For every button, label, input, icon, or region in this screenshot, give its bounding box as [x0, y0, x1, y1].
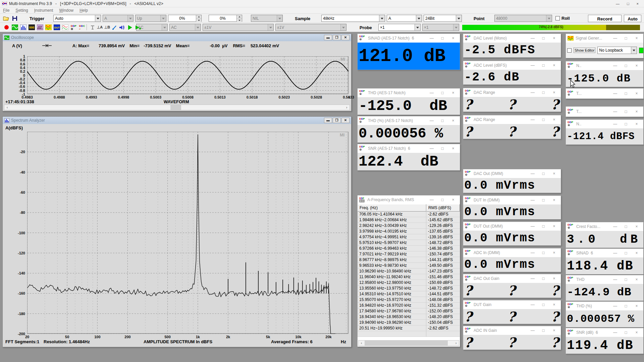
maximize-button[interactable]: □: [539, 171, 548, 176]
close-button[interactable]: ✕: [341, 118, 350, 123]
maximize-button[interactable]: □: [622, 109, 630, 114]
close-button[interactable]: ×: [449, 146, 458, 151]
maximize-button[interactable]: □: [539, 36, 548, 41]
minimize-button[interactable]: —: [611, 91, 620, 96]
minimize-button[interactable]: —: [528, 250, 537, 255]
minimize-button[interactable]: —: [528, 302, 537, 307]
close-button[interactable]: ×: [550, 328, 558, 333]
show-editor-checkbox[interactable]: [567, 48, 572, 53]
minimize-button[interactable]: —: [427, 36, 436, 41]
noise-dbfs-titlebar[interactable]: DDP⊕N..—□×: [566, 120, 643, 128]
close-button[interactable]: ✕: [341, 35, 350, 40]
maximize-button[interactable]: □: [539, 250, 548, 255]
calibration-icon[interactable]: [111, 23, 118, 31]
minimize-button[interactable]: —: [611, 109, 620, 114]
multimeter-icon[interactable]: 000: [28, 23, 36, 31]
probe-a-combo[interactable]: ×1: [378, 24, 421, 31]
restore-button[interactable]: ❐: [333, 35, 341, 40]
close-button[interactable]: ×: [632, 304, 641, 308]
noise-level-titlebar[interactable]: DDP⊕N..—□×: [566, 61, 643, 70]
oscilloscope-icon[interactable]: [11, 23, 19, 31]
snr-notch-titlebar[interactable]: DDP⊕SNR (AES-17 Notch) 6—□×: [358, 144, 460, 153]
minimize-button[interactable]: —: [427, 118, 436, 123]
adc-in-dmm-titlebar[interactable]: DDP⊕ADC In (DMM)—□×: [463, 248, 561, 257]
maximize-button[interactable]: □: [622, 330, 630, 335]
coupling-b-combo[interactable]: AC: [169, 24, 201, 31]
close-button[interactable]: ×: [550, 90, 558, 95]
dac-level-titlebar[interactable]: DDP⊕DAC Level (Mono)—□×: [463, 34, 561, 43]
trigger-source-combo[interactable]: A: [103, 15, 133, 22]
minimize-button[interactable]: —: [611, 224, 620, 229]
close-button[interactable]: ×: [632, 251, 641, 255]
generator-on-led[interactable]: [639, 48, 644, 53]
close-button[interactable]: ×: [449, 90, 458, 95]
app-titlebar[interactable]: Multi-Instrument Pro 3.9 - [+3DP+DLG+LCR…: [0, 0, 644, 7]
close-button[interactable]: ×: [632, 63, 641, 68]
thd-small-titlebar[interactable]: DDP⊕T...—□×: [566, 88, 643, 99]
range-b-combo[interactable]: ±1V: [275, 24, 346, 31]
minimize-button[interactable]: —: [528, 36, 537, 41]
close-button[interactable]: ×: [449, 118, 458, 123]
trigger-frequency-combo[interactable]: NIL: [251, 15, 283, 22]
maximize-button[interactable]: □: [438, 36, 447, 41]
thd-percent-notch-titlebar[interactable]: DDP⊕THD (%) (AES-17 Notch)—□×: [358, 116, 460, 125]
minimize-button[interactable]: ▬: [324, 35, 332, 40]
app-minimize-button[interactable]: —: [616, 2, 620, 6]
thd-notch-titlebar[interactable]: DDP⊕THD (AES-17 Notch)—□×: [358, 88, 460, 97]
device-test-plan-icon[interactable]: DUT: [53, 23, 61, 31]
roll-checkbox-box[interactable]: [555, 16, 560, 20]
maximize-button[interactable]: □: [438, 146, 447, 151]
minimize-button[interactable]: —: [528, 63, 537, 68]
spectrum-analyzer-icon[interactable]: [19, 23, 27, 31]
minimize-button[interactable]: —: [528, 198, 537, 202]
minimize-button[interactable]: —: [611, 330, 620, 335]
thd-percent-titlebar[interactable]: DDP⊕THD (%)—□×: [566, 302, 643, 310]
minimize-button[interactable]: —: [427, 197, 436, 202]
maximize-button[interactable]: □: [622, 91, 630, 96]
open-file-icon[interactable]: [2, 14, 10, 22]
frequency-bands-titlebar[interactable]: DDP A-Frequency Bands, RMS — □ ×: [358, 195, 460, 204]
thd-titlebar[interactable]: DDP⊕THD—□×: [566, 275, 643, 284]
ddp-viewer-icon[interactable]: [61, 23, 69, 31]
spectrum-3d-plot-icon[interactable]: [36, 23, 44, 31]
maximize-button[interactable]: □: [622, 63, 630, 68]
record-button[interactable]: Record: [588, 15, 622, 22]
maximize-button[interactable]: □: [438, 197, 447, 202]
minimize-button[interactable]: —: [528, 224, 537, 229]
oscilloscope-titlebar[interactable]: Oscilloscope ▬ ❐ ✕: [3, 34, 351, 41]
probe-b-combo[interactable]: ×1: [422, 24, 459, 31]
minimize-button[interactable]: —: [528, 276, 537, 281]
adc-range-titlebar[interactable]: DDP⊕ADC Range—□×: [463, 115, 561, 124]
record-icon[interactable]: [3, 23, 10, 31]
minimize-button[interactable]: —: [427, 146, 436, 151]
minimize-button[interactable]: —: [611, 277, 620, 282]
minimize-button[interactable]: —: [528, 90, 537, 95]
close-button[interactable]: ×: [550, 198, 558, 202]
close-button[interactable]: ×: [632, 330, 641, 335]
save-icon[interactable]: [11, 14, 18, 22]
maximize-button[interactable]: □: [539, 117, 548, 122]
dac-out-gain-titlebar[interactable]: DDP⊕DAC Out Gain—□×: [463, 274, 561, 283]
ddc-icon[interactable]: DDC⌐: [78, 23, 86, 31]
close-button[interactable]: ×: [632, 122, 641, 126]
minimize-button[interactable]: —: [611, 36, 620, 41]
maximize-button[interactable]: □: [438, 118, 447, 123]
sample-bits-combo[interactable]: 24Bit: [424, 15, 462, 22]
roll-checkbox[interactable]: Roll: [555, 16, 570, 21]
signal-generator-icon[interactable]: [45, 23, 52, 31]
snr-titlebar[interactable]: DDP⊕SNR (dB) 6—□×: [566, 328, 643, 337]
maximize-button[interactable]: □: [539, 276, 548, 281]
auto-button[interactable]: Auto: [624, 15, 641, 22]
run-auto-icon[interactable]: [134, 23, 142, 31]
maximize-button[interactable]: □: [438, 90, 447, 95]
loopback-combo[interactable]: No Loopback: [597, 47, 637, 54]
dut-gain-titlebar[interactable]: DDP⊕DUT Gain—□×: [463, 300, 561, 309]
minimize-button[interactable]: —: [611, 122, 620, 126]
maximize-button[interactable]: □: [622, 251, 630, 255]
maximize-button[interactable]: □: [539, 63, 548, 68]
dut-out-dmm-titlebar[interactable]: DDP⊕DUT Out (DMM)—□×: [463, 222, 561, 231]
close-button[interactable]: ×: [550, 171, 558, 176]
restore-button[interactable]: ❐: [333, 118, 341, 123]
app-maximize-button[interactable]: □: [627, 2, 629, 6]
minimize-button[interactable]: —: [611, 63, 620, 68]
